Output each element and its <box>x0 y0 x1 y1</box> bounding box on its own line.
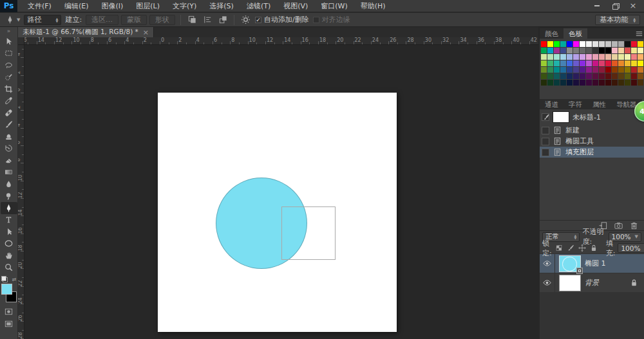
layer-row[interactable]: 背景 <box>540 273 644 293</box>
swatch[interactable] <box>547 67 553 73</box>
swatch[interactable] <box>599 73 605 79</box>
swatch[interactable] <box>599 54 605 60</box>
swatch[interactable] <box>573 67 579 73</box>
eyedropper-tool[interactable] <box>1 95 17 107</box>
swatch[interactable] <box>612 41 618 47</box>
menu-item-图层L[interactable]: 图层(L) <box>129 0 166 12</box>
swatch[interactable] <box>592 80 598 86</box>
swatch[interactable] <box>541 41 547 47</box>
menu-item-文件F[interactable]: 文件(F) <box>21 0 58 12</box>
swatch[interactable] <box>586 48 592 53</box>
close-button[interactable]: × <box>629 2 638 10</box>
swatch[interactable] <box>586 54 592 60</box>
swatch[interactable] <box>541 67 547 73</box>
swatch[interactable] <box>554 73 560 79</box>
lock-transparency-icon[interactable] <box>554 244 564 253</box>
swatch[interactable] <box>586 41 592 47</box>
swatch[interactable] <box>612 60 618 66</box>
swatch[interactable] <box>625 67 630 73</box>
swatch[interactable] <box>605 80 611 86</box>
swatch[interactable] <box>631 80 637 86</box>
swatch[interactable] <box>547 80 553 86</box>
swatch[interactable] <box>612 73 618 79</box>
swatch[interactable] <box>612 80 618 86</box>
swatch[interactable] <box>547 73 553 79</box>
swatch[interactable] <box>573 60 579 66</box>
make-button[interactable]: 选区… <box>86 15 118 25</box>
document-canvas[interactable] <box>158 93 397 332</box>
workspace-switcher-button[interactable]: 基本功能 ▲▼ <box>595 15 640 25</box>
quick-selection-tool[interactable] <box>1 71 17 84</box>
swatch[interactable] <box>625 80 630 86</box>
swatch[interactable] <box>580 73 585 79</box>
restore-button[interactable] <box>611 2 620 10</box>
layer-row[interactable]: 椭圆 1 <box>540 254 644 273</box>
swatch[interactable] <box>612 67 618 73</box>
swatch[interactable] <box>541 54 547 60</box>
swatch[interactable] <box>599 80 605 86</box>
history-brush-source-icon[interactable] <box>542 113 549 121</box>
history-brush-tool[interactable] <box>1 143 17 155</box>
swatch[interactable] <box>586 73 592 79</box>
swatch[interactable] <box>567 80 573 86</box>
swatch[interactable] <box>580 41 585 47</box>
swatch[interactable] <box>554 67 560 73</box>
swatch[interactable] <box>631 41 637 47</box>
swatch[interactable] <box>586 67 592 73</box>
swap-colors-icon[interactable]: ⇄ <box>12 277 17 282</box>
swatch[interactable] <box>599 41 605 47</box>
menu-item-图像I[interactable]: 图像(I) <box>95 0 129 12</box>
swatch[interactable] <box>567 73 573 79</box>
move-tool[interactable] <box>1 35 17 48</box>
swatch[interactable] <box>560 60 566 66</box>
swatch[interactable] <box>573 73 579 79</box>
swatch[interactable] <box>541 80 547 86</box>
swatch[interactable] <box>580 54 585 60</box>
swatch[interactable] <box>547 48 553 53</box>
auto-add-delete-checkbox[interactable]: ✓ 自动添加/删除 <box>255 15 309 24</box>
swatch[interactable] <box>560 48 566 53</box>
screen-mode-button[interactable] <box>1 318 17 329</box>
lock-pixels-icon[interactable] <box>566 244 575 253</box>
swatch[interactable] <box>567 67 573 73</box>
swatch[interactable] <box>573 41 579 47</box>
swatch[interactable] <box>592 67 598 73</box>
swatch[interactable] <box>573 80 579 86</box>
swatch[interactable] <box>631 73 637 79</box>
swatch[interactable] <box>618 54 624 60</box>
swatch[interactable] <box>605 60 611 66</box>
swatch[interactable] <box>592 48 598 53</box>
swatch[interactable] <box>567 60 573 66</box>
tab-字符[interactable]: 字符 <box>564 99 587 109</box>
history-state[interactable]: 新建 <box>540 125 644 136</box>
history-state[interactable]: 填充图层 <box>540 147 644 158</box>
swatch[interactable] <box>605 54 611 60</box>
brush-tool[interactable] <box>1 119 17 131</box>
history-brush-source-box[interactable] <box>542 149 549 156</box>
swatch[interactable] <box>638 73 643 79</box>
swatch[interactable] <box>625 41 630 47</box>
toolbar-collapse-icon[interactable]: » <box>0 27 17 35</box>
swatch[interactable] <box>560 73 566 79</box>
swatch[interactable] <box>638 48 643 53</box>
swatch[interactable] <box>618 48 624 53</box>
camera-icon[interactable] <box>614 221 623 230</box>
swatch[interactable] <box>599 67 605 73</box>
swatch[interactable] <box>638 67 643 73</box>
swatch[interactable] <box>580 80 585 86</box>
quick-mask-button[interactable] <box>1 306 17 316</box>
align-edges-checkbox[interactable]: 对齐边缘 <box>313 15 350 24</box>
swatch[interactable] <box>638 60 643 66</box>
gear-icon[interactable] <box>240 14 251 26</box>
lasso-tool[interactable] <box>1 59 17 71</box>
crop-tool[interactable] <box>1 83 17 95</box>
hand-tool[interactable] <box>1 250 17 262</box>
trash-icon[interactable] <box>629 221 639 230</box>
swatch[interactable] <box>580 60 585 66</box>
swatch[interactable] <box>605 41 611 47</box>
swatch[interactable] <box>638 80 643 86</box>
swatch[interactable] <box>573 54 579 60</box>
swatch[interactable] <box>599 60 605 66</box>
swatch[interactable] <box>631 67 637 73</box>
swatch[interactable] <box>625 48 630 53</box>
